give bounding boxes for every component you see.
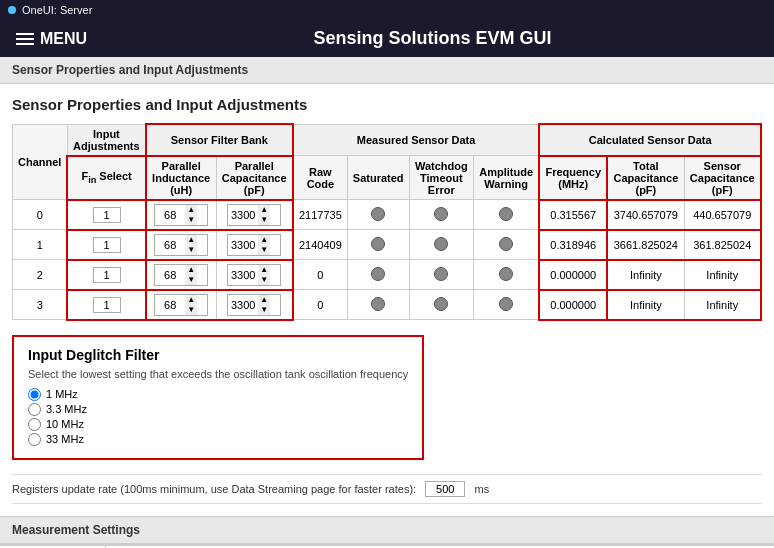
- spinner-input[interactable]: [228, 298, 258, 312]
- fin-cell: [67, 230, 145, 260]
- sensor-cap-cell: 361.825024: [684, 230, 761, 260]
- spinner-down[interactable]: ▼: [258, 215, 270, 225]
- spinner-input[interactable]: [228, 208, 258, 222]
- calculated-header: Calculated Sensor Data: [539, 124, 761, 156]
- menu-button[interactable]: MENU: [16, 30, 87, 48]
- spinner-up[interactable]: ▲: [258, 295, 270, 305]
- frequency-header: Frequency (MHz): [539, 156, 607, 200]
- sensor-cap-cell: Infinity: [684, 290, 761, 320]
- deglitch-radio-2[interactable]: [28, 418, 41, 431]
- capacitance-cell: ▲▼: [216, 290, 293, 320]
- inductance-header: Parallel Inductance (uH): [146, 156, 216, 200]
- deglitch-desc: Select the lowest setting that exceeds t…: [28, 367, 408, 382]
- led-indicator: [371, 237, 385, 251]
- deglitch-box: Input Deglitch Filter Select the lowest …: [12, 335, 424, 460]
- deglitch-option-1[interactable]: 3.3 MHz: [28, 403, 408, 416]
- spinner-up[interactable]: ▲: [258, 205, 270, 215]
- section-label: Sensor Properties and Input Adjustments: [0, 57, 774, 84]
- raw-code-cell: 0: [293, 290, 347, 320]
- sensor-cap-header: Sensor Capacitance (pF): [684, 156, 761, 200]
- table-row: 0▲▼▲▼21177350.3155673740.657079440.65707…: [13, 200, 762, 230]
- total-cap-cell: 3661.825024: [607, 230, 684, 260]
- amplitude-cell: [474, 260, 540, 290]
- watchdog-cell: [409, 290, 473, 320]
- input-adj-header: Input Adjustments: [67, 124, 145, 156]
- total-cap-cell: Infinity: [607, 290, 684, 320]
- deglitch-option-0[interactable]: 1 MHz: [28, 388, 408, 401]
- frequency-cell: 0.000000: [539, 260, 607, 290]
- total-cap-cell: Infinity: [607, 260, 684, 290]
- inductance-cell: ▲▼: [146, 230, 216, 260]
- capacitance-header: Parallel Capacitance (pF): [216, 156, 293, 200]
- spinner-input[interactable]: [155, 298, 185, 312]
- deglitch-radio-1[interactable]: [28, 403, 41, 416]
- led-indicator: [499, 297, 513, 311]
- table-row: 3▲▼▲▼00.000000InfinityInfinity: [13, 290, 762, 320]
- spinner-down[interactable]: ▼: [185, 305, 197, 315]
- inductance-cell: ▲▼: [146, 290, 216, 320]
- spinner-down[interactable]: ▼: [258, 275, 270, 285]
- spinner-down[interactable]: ▼: [185, 215, 197, 225]
- led-indicator: [434, 237, 448, 251]
- fin-input[interactable]: [93, 237, 121, 253]
- title-bar-icon: [8, 6, 16, 14]
- sensor-cap-cell: Infinity: [684, 260, 761, 290]
- led-indicator: [371, 207, 385, 221]
- channel-cell: 0: [13, 200, 68, 230]
- spinner-down[interactable]: ▼: [185, 275, 197, 285]
- spinner-input[interactable]: [155, 208, 185, 222]
- saturated-cell: [347, 200, 409, 230]
- frequency-cell: 0.000000: [539, 290, 607, 320]
- spinner-up[interactable]: ▲: [185, 205, 197, 215]
- spinner-down[interactable]: ▼: [185, 245, 197, 255]
- spinner-up[interactable]: ▲: [185, 265, 197, 275]
- led-indicator: [499, 207, 513, 221]
- register-label: Registers update rate (100ms minimum, us…: [12, 483, 416, 495]
- app-title: Sensing Solutions EVM GUI: [107, 28, 758, 49]
- app-header: MENU Sensing Solutions EVM GUI: [0, 20, 774, 57]
- capacitance-cell: ▲▼: [216, 260, 293, 290]
- deglitch-radio-0[interactable]: [28, 388, 41, 401]
- channel-header: Channel: [13, 124, 68, 200]
- register-value-input[interactable]: [425, 481, 465, 497]
- spinner-up[interactable]: ▲: [185, 295, 197, 305]
- saturated-header: Saturated: [347, 156, 409, 200]
- spinner-up[interactable]: ▲: [185, 235, 197, 245]
- led-indicator: [371, 297, 385, 311]
- watchdog-cell: [409, 200, 473, 230]
- spinner-input[interactable]: [228, 238, 258, 252]
- spinner-up[interactable]: ▲: [258, 235, 270, 245]
- deglitch-radio-3[interactable]: [28, 433, 41, 446]
- deglitch-option-2[interactable]: 10 MHz: [28, 418, 408, 431]
- table-row: 1▲▼▲▼21404090.3189463661.825024361.82502…: [13, 230, 762, 260]
- table-row: 2▲▼▲▼00.000000InfinityInfinity: [13, 260, 762, 290]
- led-indicator: [434, 297, 448, 311]
- fin-input[interactable]: [93, 267, 121, 283]
- sensor-filter-header: Sensor Filter Bank: [146, 124, 293, 156]
- menu-label: MENU: [40, 30, 87, 48]
- raw-code-cell: 2140409: [293, 230, 347, 260]
- fin-input[interactable]: [93, 297, 121, 313]
- sensor-table: Channel Input Adjustments Sensor Filter …: [12, 123, 762, 321]
- spinner-input[interactable]: [228, 268, 258, 282]
- amplitude-cell: [474, 200, 540, 230]
- spinner-down[interactable]: ▼: [258, 305, 270, 315]
- raw-code-cell: 2117735: [293, 200, 347, 230]
- total-cap-header: Total Capacitance (pF): [607, 156, 684, 200]
- fin-input[interactable]: [93, 207, 121, 223]
- amplitude-cell: [474, 290, 540, 320]
- spinner-input[interactable]: [155, 268, 185, 282]
- deglitch-radio-group: 1 MHz3.3 MHz10 MHz33 MHz: [28, 388, 408, 446]
- deglitch-option-3[interactable]: 33 MHz: [28, 433, 408, 446]
- watchdog-cell: [409, 260, 473, 290]
- measurement-settings-bar: Measurement Settings: [0, 516, 774, 544]
- spinner-down[interactable]: ▼: [258, 245, 270, 255]
- channel-cell: 3: [13, 290, 68, 320]
- saturated-cell: [347, 260, 409, 290]
- title-bar-label: OneUI: Server: [22, 4, 92, 16]
- measured-header: Measured Sensor Data: [293, 124, 539, 156]
- spinner-up[interactable]: ▲: [258, 265, 270, 275]
- channel-cell: 1: [13, 230, 68, 260]
- saturated-cell: [347, 230, 409, 260]
- spinner-input[interactable]: [155, 238, 185, 252]
